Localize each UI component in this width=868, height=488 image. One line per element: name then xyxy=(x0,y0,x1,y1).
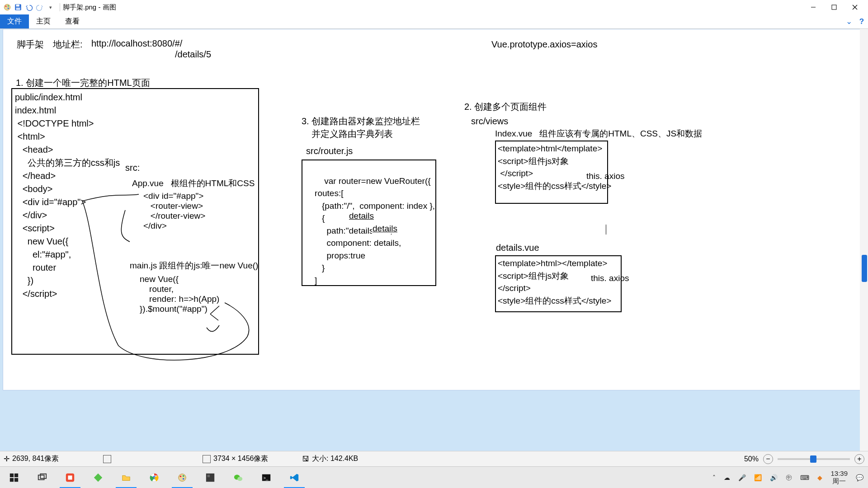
tray-input-icon[interactable]: ⌨ xyxy=(800,474,809,481)
window-title: 脚手架.png - 画图 xyxy=(63,3,116,12)
svg-point-1 xyxy=(5,5,7,7)
this-axios-1: this. axios xyxy=(586,171,624,181)
maximize-button[interactable] xyxy=(824,0,844,14)
canvas-viewport[interactable]: 脚手架 地址栏: http://localhost:8080/#/ /detai… xyxy=(3,29,865,390)
taskview-button[interactable] xyxy=(28,467,56,488)
url-line2: /details/5 xyxy=(175,49,211,60)
axios-proto: Vue.prototype.axios=axios xyxy=(491,39,597,50)
taskbar-clock[interactable]: 13:39 周一 xyxy=(830,470,848,485)
appvue-code: <div id="#app"> <router-view> </router-v… xyxy=(143,191,205,231)
canvas-content: 脚手架 地址栏: http://localhost:8080/#/ /detai… xyxy=(3,29,865,390)
src-label: src: xyxy=(125,163,140,173)
svg-rect-13 xyxy=(10,478,14,481)
section3-title2: 并定义路由字典列表 xyxy=(302,128,393,140)
taskbar-app-camtasia[interactable] xyxy=(56,467,84,488)
section3-title1: 3. 创建路由器对象监控地址栏 xyxy=(302,115,420,127)
svg-point-22 xyxy=(180,475,182,477)
zoom-slider-thumb[interactable] xyxy=(810,455,816,463)
zoom-control: 50% − + xyxy=(744,454,864,464)
tray-chevron-icon[interactable]: ˄ xyxy=(712,474,716,481)
taskbar-app-paint[interactable] xyxy=(168,467,196,488)
taskbar-app-darkgrey[interactable] xyxy=(196,467,224,488)
redo-icon[interactable] xyxy=(35,3,44,12)
start-button[interactable] xyxy=(0,467,28,488)
tray-ime-icon[interactable]: ㊥ xyxy=(786,474,792,482)
save-icon[interactable] xyxy=(14,3,23,12)
size-text: 大小: 142.4KB xyxy=(312,454,358,464)
text-caret xyxy=(606,225,606,235)
scrollbar-thumb[interactable] xyxy=(862,255,867,282)
tray-mic-icon[interactable]: 🎤 xyxy=(738,474,746,481)
svg-point-0 xyxy=(4,4,10,10)
svg-rect-11 xyxy=(10,473,14,477)
tab-home[interactable]: 主页 xyxy=(29,14,58,28)
status-bar: ✛ 2639, 841像素 3734 × 1456像素 🖫 大小: 142.4K… xyxy=(0,451,868,466)
selection-size xyxy=(103,455,203,463)
zoom-slider[interactable] xyxy=(778,458,850,460)
app-name: 画图 xyxy=(103,3,116,11)
tab-view[interactable]: 查看 xyxy=(58,14,87,28)
router-underline-1: details xyxy=(349,211,374,221)
tray-orange-icon[interactable]: ◆ xyxy=(817,474,822,481)
zoom-out-button[interactable]: − xyxy=(763,454,773,464)
url-line1: http://localhost:8080/#/ xyxy=(91,38,182,49)
svg-rect-26 xyxy=(208,474,210,477)
mainjs-label: main.js 跟组件的js:唯一new Vue() xyxy=(130,260,258,272)
taskbar-app-chrome[interactable] xyxy=(140,467,168,488)
minimize-button[interactable] xyxy=(803,0,824,14)
cursor-position: ✛ 2639, 841像素 xyxy=(4,454,103,464)
window-titlebar: ▾ 脚手架.png - 画图 xyxy=(0,0,868,14)
qat-dropdown-icon[interactable]: ▾ xyxy=(46,3,55,12)
svg-rect-8 xyxy=(832,5,836,9)
index-vue-label: Index.vue 组件应该有专属的HTML、CSS、JS和数据 xyxy=(495,128,702,140)
taskbar-app-terminal[interactable]: >_ xyxy=(252,467,280,488)
svg-point-24 xyxy=(183,478,184,479)
svg-rect-18 xyxy=(68,475,72,479)
svg-point-28 xyxy=(237,477,242,481)
file-size: 🖫 大小: 142.4KB xyxy=(302,454,401,464)
taskbar-app-vscode[interactable] xyxy=(280,467,308,488)
close-button[interactable] xyxy=(844,0,865,14)
tray-volume-icon[interactable]: 🔊 xyxy=(770,474,778,481)
tab-file[interactable]: 文件 xyxy=(0,14,29,28)
address-label: 地址栏: xyxy=(53,38,83,51)
windows-taskbar: >_ ˄ ☁ 🎤 📶 🔊 ㊥ ⌨ ◆ 13:39 周一 💬 xyxy=(0,466,868,488)
vertical-scrollbar[interactable] xyxy=(860,29,868,451)
dims-icon xyxy=(203,455,211,463)
mainjs-code: new Vue({ router, render: h=>h(App) }).$… xyxy=(140,274,219,314)
ribbon-collapse-icon[interactable]: ⌄ xyxy=(843,14,855,28)
router-file: src/router.js xyxy=(306,146,353,156)
zoom-in-button[interactable]: + xyxy=(854,454,864,464)
image-dimensions: 3734 × 1456像素 xyxy=(203,454,302,464)
selection-icon xyxy=(103,455,111,463)
svg-point-23 xyxy=(183,475,184,477)
section1-title: 1. 创建一个唯一完整的HTML页面 xyxy=(16,77,150,89)
router-underline-2: details xyxy=(372,224,398,234)
svg-rect-16 xyxy=(40,474,46,478)
ribbon-tabs: 文件 主页 查看 ⌄ ? xyxy=(0,14,868,29)
details-vue-label: details.vue xyxy=(496,243,539,253)
notifications-icon[interactable]: 💬 xyxy=(856,474,863,481)
tray-wifi-icon[interactable]: 📶 xyxy=(754,474,762,481)
taskbar-app-explorer[interactable] xyxy=(112,467,140,488)
title-dash: - xyxy=(98,3,102,11)
paint-app-icon xyxy=(3,3,12,12)
vue-box-2: <template>html></template> <script>组件js对… xyxy=(495,255,622,312)
section1-box: public/index.html index.html <!DOCTYPE h… xyxy=(11,88,259,355)
title-separator xyxy=(60,3,60,11)
help-icon[interactable]: ? xyxy=(855,14,868,28)
tray-cloud-icon[interactable]: ☁ xyxy=(724,474,730,481)
cursor-pos-text: 2639, 841像素 xyxy=(12,454,59,464)
zoom-percent: 50% xyxy=(744,455,759,463)
taskbar-app-green[interactable] xyxy=(84,467,112,488)
svg-rect-6 xyxy=(16,8,20,10)
svg-rect-12 xyxy=(14,473,18,477)
section2-title: 2. 创建多个页面组件 xyxy=(464,101,547,113)
undo-icon[interactable] xyxy=(24,3,33,12)
taskbar-app-wechat[interactable] xyxy=(224,467,252,488)
this-axios-2: this. axios xyxy=(591,273,629,283)
svg-rect-15 xyxy=(38,475,44,479)
svg-point-3 xyxy=(8,8,9,9)
svg-point-2 xyxy=(8,5,9,7)
src-views: src/views xyxy=(471,116,508,127)
